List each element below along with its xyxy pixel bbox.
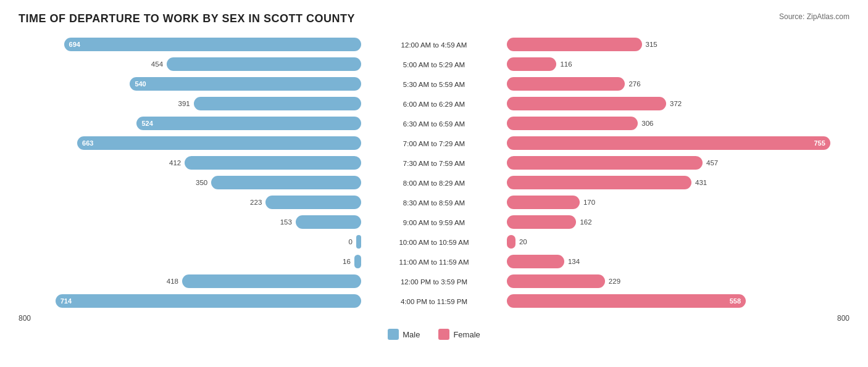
legend: Male Female — [19, 329, 849, 340]
bar-female-value: 134 — [568, 258, 580, 265]
legend-female-label: Female — [453, 330, 480, 339]
row-label: 9:00 AM to 9:59 AM — [403, 219, 465, 226]
row-label: 12:00 AM to 4:59 AM — [401, 41, 467, 49]
bar-male-value: 350 — [196, 179, 207, 186]
bar-female-value: 755 — [814, 139, 825, 147]
bar-female-value: 457 — [706, 159, 718, 167]
row-label: 12:00 PM to 3:59 PM — [401, 278, 467, 286]
bar-male-value: 223 — [250, 199, 262, 206]
chart-row: 5405:30 AM to 5:59 AM276 — [19, 76, 849, 92]
legend-female-swatch — [438, 329, 449, 340]
bar-female-value: 372 — [670, 100, 682, 107]
chart-row: 2238:30 AM to 8:59 AM170 — [19, 194, 849, 210]
bar-male-value: 418 — [167, 278, 178, 285]
bar-male-value: 0 — [349, 238, 353, 245]
chart-row: 1539:00 AM to 9:59 AM162 — [19, 214, 849, 230]
chart-title: TIME OF DEPARTURE TO WORK BY SEX IN SCOT… — [19, 12, 355, 25]
bar-female-value: 276 — [628, 80, 640, 88]
bar-female-value: 306 — [641, 120, 653, 127]
chart-row: 4545:00 AM to 5:29 AM116 — [19, 56, 849, 72]
chart-body: 69412:00 AM to 4:59 AM3154545:00 AM to 5… — [19, 36, 849, 309]
chart-row: 010:00 AM to 10:59 AM20 — [19, 234, 849, 250]
row-label: 4:00 PM to 11:59 PM — [401, 298, 467, 305]
row-label: 5:30 AM to 5:59 AM — [403, 81, 465, 88]
row-label: 10:00 AM to 10:59 AM — [399, 239, 469, 246]
bar-male-value: 663 — [82, 139, 93, 147]
bar-female-value: 558 — [730, 297, 741, 305]
chart-row: 3508:00 AM to 8:29 AM431 — [19, 175, 849, 191]
chart-row: 69412:00 AM to 4:59 AM315 — [19, 36, 849, 52]
bar-male-value: 391 — [178, 100, 190, 107]
chart-row: 1611:00 AM to 11:59 AM134 — [19, 254, 849, 270]
chart-row: 41812:00 PM to 3:59 PM229 — [19, 273, 849, 289]
bar-male-value: 153 — [280, 218, 292, 226]
row-label: 7:00 AM to 7:29 AM — [403, 140, 465, 147]
row-label: 7:30 AM to 7:59 AM — [403, 160, 465, 167]
chart-row: 5246:30 AM to 6:59 AM306 — [19, 115, 849, 131]
bar-female-value: 229 — [609, 278, 620, 285]
row-label: 8:00 AM to 8:29 AM — [403, 179, 465, 187]
chart-header: TIME OF DEPARTURE TO WORK BY SEX IN SCOT… — [19, 12, 849, 25]
legend-male: Male — [388, 329, 420, 340]
bar-female-value: 116 — [560, 60, 572, 68]
bar-female-value: 20 — [519, 238, 527, 245]
row-label: 8:30 AM to 8:59 AM — [403, 199, 465, 207]
row-label: 11:00 AM to 11:59 AM — [399, 258, 469, 266]
chart-source: Source: ZipAtlas.com — [779, 12, 849, 21]
bar-male-value: 16 — [343, 258, 351, 265]
bar-female-value: 170 — [583, 199, 595, 206]
chart-row: 7144:00 PM to 11:59 PM558 — [19, 293, 849, 309]
bar-male-value: 412 — [169, 159, 181, 167]
axis-left: 800 — [19, 314, 434, 323]
bar-male-value: 524 — [141, 120, 152, 127]
legend-female: Female — [438, 329, 480, 340]
row-label: 5:00 AM to 5:29 AM — [403, 61, 465, 68]
axis-right: 800 — [434, 314, 849, 323]
chart-row: 3916:00 AM to 6:29 AM372 — [19, 96, 849, 112]
bar-male-value: 714 — [61, 297, 72, 305]
bar-male-value: 540 — [135, 80, 146, 88]
chart-container: TIME OF DEPARTURE TO WORK BY SEX IN SCOT… — [19, 12, 849, 340]
row-label: 6:30 AM to 6:59 AM — [403, 120, 465, 128]
legend-male-swatch — [388, 329, 399, 340]
bar-female-value: 162 — [580, 218, 591, 226]
legend-male-label: Male — [403, 330, 420, 339]
bar-male-value: 454 — [151, 60, 163, 68]
chart-row: 4127:30 AM to 7:59 AM457 — [19, 155, 849, 171]
bar-male-value: 694 — [69, 41, 80, 48]
chart-row: 6637:00 AM to 7:29 AM755 — [19, 135, 849, 151]
axis-row: 800 800 — [19, 314, 849, 323]
bar-female-value: 315 — [646, 41, 657, 48]
row-label: 6:00 AM to 6:29 AM — [403, 101, 465, 108]
bar-female-value: 431 — [695, 179, 707, 186]
